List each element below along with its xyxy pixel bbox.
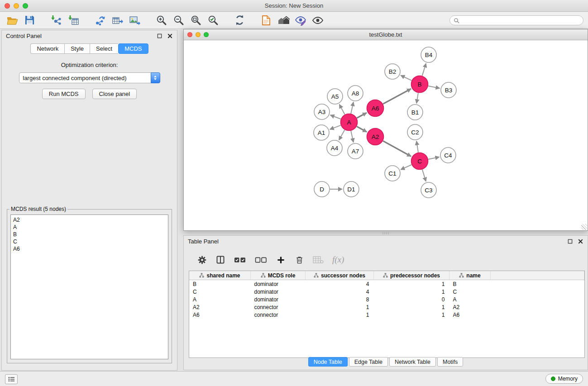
close-panel-action-button[interactable]: Close panel — [92, 89, 137, 99]
graph-node-A1[interactable]: A1 — [314, 125, 329, 140]
mcds-result-item[interactable]: A — [13, 224, 166, 231]
table-row[interactable]: A6connector11A6 — [189, 311, 584, 319]
refresh-layout-button[interactable] — [231, 13, 248, 28]
horizontal-splitter[interactable] — [382, 232, 389, 234]
graph-node-B1[interactable]: B1 — [407, 105, 423, 120]
zoom-traffic-light[interactable] — [23, 3, 28, 9]
export-table-button[interactable] — [109, 13, 126, 28]
graph-node-C[interactable]: C — [411, 153, 428, 170]
mcds-result-list[interactable]: A2ABCA6 — [10, 214, 168, 359]
network-minimize-traffic-light[interactable] — [196, 32, 201, 37]
graph-edge-B-B2[interactable] — [401, 76, 411, 81]
table-row[interactable]: Adominator80A — [189, 295, 584, 303]
network-window-titlebar[interactable]: testGlobe.txt — [184, 29, 588, 40]
graph-edge-A-A5[interactable] — [339, 105, 345, 114]
tab-edge-table[interactable]: Edge Table — [349, 357, 388, 367]
network-zoom-traffic-light[interactable] — [204, 32, 209, 37]
graph-node-A3[interactable]: A3 — [314, 104, 330, 119]
graph-node-A4[interactable]: A4 — [327, 140, 342, 156]
show-annotations-button[interactable] — [309, 13, 326, 28]
graph-edge-B-B3[interactable] — [428, 86, 440, 88]
column-header[interactable]: successor nodes — [306, 271, 374, 280]
graph-edge-A-A7[interactable] — [351, 131, 354, 143]
graph-node-D[interactable]: D — [314, 181, 330, 197]
graph-edge-B-B4[interactable] — [422, 63, 426, 76]
graph-node-A6[interactable]: A6 — [367, 100, 384, 117]
import-network-button[interactable] — [48, 13, 65, 28]
graph-edge-A-A4[interactable] — [339, 130, 345, 140]
close-traffic-light[interactable] — [5, 3, 10, 9]
graph-node-B3[interactable]: B3 — [441, 82, 456, 98]
graph-edge-A-A1[interactable] — [330, 125, 341, 129]
column-header[interactable]: name — [449, 271, 491, 280]
network-canvas[interactable]: B4B2BB3A5A8A6A3B1AA1A2C2A4A7C4CC1C3DD1 — [184, 40, 588, 230]
column-header[interactable]: predecessor nodes — [374, 271, 449, 280]
graph-node-C4[interactable]: C4 — [440, 148, 456, 163]
optimization-criterion-select[interactable]: largest connected component (directed) — [19, 72, 160, 83]
float-panel-button[interactable] — [156, 33, 163, 39]
run-mcds-button[interactable]: Run MCDS — [42, 89, 86, 99]
hide-annotations-button[interactable] — [292, 13, 309, 28]
close-panel-button[interactable] — [167, 33, 173, 39]
tab-network[interactable]: Network — [30, 43, 64, 54]
graph-node-A5[interactable]: A5 — [327, 89, 343, 104]
vertical-splitter[interactable] — [178, 30, 183, 370]
select-all-columns-button[interactable] — [234, 254, 246, 265]
search-input[interactable] — [462, 17, 579, 24]
graph-edge-C-C4[interactable] — [428, 157, 439, 159]
show-columns-button[interactable] — [215, 254, 225, 265]
resize-grip[interactable] — [581, 224, 587, 230]
table-row[interactable]: Cdominator41C — [189, 288, 584, 295]
graph-edge-B-B1[interactable] — [416, 93, 418, 103]
graph-edge-C-C1[interactable] — [401, 165, 411, 170]
show-panels-button[interactable] — [5, 374, 18, 384]
zoom-selected-button[interactable] — [204, 13, 221, 28]
table-close-panel-button[interactable] — [577, 238, 583, 245]
open-button[interactable] — [4, 13, 21, 28]
unselect-all-columns-button[interactable] — [255, 254, 267, 265]
graph-edge-A-A8[interactable] — [351, 102, 354, 114]
graph-edge-C-C3[interactable] — [422, 170, 426, 181]
tab-motifs[interactable]: Motifs — [437, 357, 463, 367]
search-box[interactable] — [449, 15, 583, 25]
memory-button[interactable]: Memory — [545, 374, 583, 384]
import-table-button[interactable] — [65, 13, 82, 28]
export-network-button[interactable] — [91, 13, 109, 28]
tab-mcds[interactable]: MCDS — [118, 43, 148, 54]
save-button[interactable] — [21, 13, 38, 28]
tab-network-table[interactable]: Network Table — [389, 357, 436, 367]
help-home-button[interactable] — [275, 13, 292, 28]
graph-node-B4[interactable]: B4 — [421, 47, 436, 62]
graph-node-B[interactable]: B — [411, 76, 428, 93]
graph-node-A8[interactable]: A8 — [348, 86, 363, 101]
delete-column-button[interactable] — [294, 254, 304, 265]
cite-document-button[interactable] — [258, 13, 275, 28]
tab-select[interactable]: Select — [90, 43, 118, 54]
graph-edge-A6-B[interactable] — [383, 89, 411, 104]
mcds-result-item[interactable]: A6 — [13, 245, 166, 253]
table-float-panel-button[interactable] — [567, 238, 573, 245]
graph-edge-A-A3[interactable] — [330, 115, 341, 119]
graph-node-A7[interactable]: A7 — [348, 143, 363, 159]
graph-node-C1[interactable]: C1 — [385, 166, 400, 181]
graph-edge-A-A2[interactable] — [357, 126, 367, 132]
mcds-result-item[interactable]: A2 — [13, 216, 166, 224]
graph-edge-A2-C[interactable] — [383, 141, 411, 156]
graph-node-A[interactable]: A — [341, 114, 358, 131]
create-column-button[interactable] — [276, 254, 286, 265]
mcds-result-item[interactable]: C — [13, 238, 166, 245]
table-row[interactable]: Bdominator41B — [189, 280, 584, 288]
graph-node-B2[interactable]: B2 — [385, 64, 400, 79]
graph-node-C3[interactable]: C3 — [421, 182, 436, 198]
zoom-fit-button[interactable] — [187, 13, 204, 28]
column-header[interactable]: shared name — [189, 271, 251, 280]
table-settings-button[interactable] — [197, 254, 207, 265]
zoom-in-button[interactable] — [153, 13, 170, 28]
column-header[interactable]: MCDS role — [251, 271, 306, 280]
tab-node-table[interactable]: Node Table — [308, 357, 348, 367]
zoom-out-button[interactable] — [170, 13, 187, 28]
graph-node-A2[interactable]: A2 — [367, 129, 384, 145]
mcds-result-item[interactable]: B — [13, 231, 166, 238]
export-image-button[interactable] — [126, 13, 143, 28]
graph-node-D1[interactable]: D1 — [344, 181, 359, 197]
